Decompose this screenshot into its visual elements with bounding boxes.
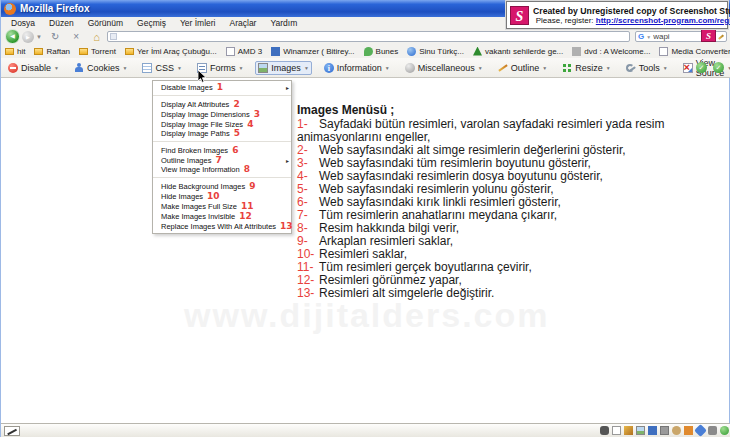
bookmark-icon bbox=[364, 47, 373, 56]
edit-icon[interactable] bbox=[624, 426, 633, 435]
print-icon[interactable] bbox=[660, 426, 669, 435]
dropdown-menu-item[interactable]: View Image Information 8 ▸ bbox=[153, 165, 291, 178]
devtoolbar-item[interactable]: Disable ▼ bbox=[5, 61, 62, 75]
status-ok-icon[interactable] bbox=[720, 426, 729, 435]
devtoolbar-item[interactable]: Cookies ▼ bbox=[71, 61, 130, 75]
annotation-number: 12 bbox=[239, 212, 252, 221]
bookmark-item[interactable]: Torrent bbox=[79, 47, 116, 56]
chevron-down-icon: ▼ bbox=[478, 65, 483, 71]
dropdown-menu-item[interactable]: Make Images Invisible 12 ▸ bbox=[153, 211, 291, 221]
browser-window: Mozilla Firefox S Created by Unregistere… bbox=[0, 0, 730, 437]
menu-bar-item[interactable]: Yer İmleri bbox=[174, 18, 222, 28]
valid-css-icon[interactable]: ✓ bbox=[696, 62, 707, 73]
bookmark-item[interactable]: Raftan bbox=[34, 47, 70, 56]
dropdown-menu-item[interactable]: Make Images Full Size 11 ▸ bbox=[153, 201, 291, 211]
forward-button[interactable]: ▶ bbox=[22, 31, 34, 43]
navigation-toolbar: ◀ ▶ ▼ ↻ × ⌂ G ▼ bbox=[1, 29, 730, 44]
bookmark-icon bbox=[79, 48, 88, 55]
web-developer-toolbar: Disable ▼ Cookies ▼ CSS ▼ Forms ▼ Images… bbox=[1, 58, 730, 78]
chevron-down-icon: ▼ bbox=[663, 65, 668, 71]
menu-bar-item[interactable]: Yardım bbox=[264, 18, 303, 28]
devtoolbar-item[interactable]: Tools ▼ bbox=[623, 61, 671, 75]
content-list-item: 13-Resimleri alt simgelerle değiştirir. bbox=[297, 287, 717, 300]
image-icon[interactable] bbox=[636, 426, 645, 435]
banner-text: Created by Unregistered copy of Screensh… bbox=[533, 6, 730, 16]
devtoolbar-item[interactable]: Outline ▼ bbox=[495, 61, 550, 75]
dropdown-menu-item[interactable]: Display Image Dimensions 3 ▸ bbox=[153, 109, 291, 119]
dropdown-menu-item[interactable]: Hide Background Images 9 ▸ bbox=[153, 181, 291, 191]
bookmark-icon bbox=[5, 48, 14, 55]
bookmark-item[interactable]: vakantı sehilerde ge... bbox=[473, 47, 563, 56]
bookmark-item[interactable]: hit bbox=[5, 47, 25, 56]
status-bar bbox=[1, 423, 730, 437]
chevron-down-icon: ▼ bbox=[606, 65, 611, 71]
back-button[interactable]: ◀ bbox=[5, 29, 20, 44]
bookmark-item[interactable]: Media Converter - iR... bbox=[659, 47, 730, 56]
annotation-number: 2 bbox=[233, 100, 239, 109]
devtoolbar-item[interactable]: Information ▼ bbox=[321, 61, 393, 75]
bookmark-icon bbox=[659, 47, 668, 56]
page-content: Images Menüsü ; 1-Sayfadaki bütün resiml… bbox=[297, 104, 717, 300]
devtoolbar-item-icon bbox=[258, 63, 268, 73]
menu-bar-item[interactable]: Araçlar bbox=[224, 18, 263, 28]
dropdown-menu-item[interactable]: Outline Images 7 ▸ bbox=[153, 155, 291, 165]
bookmark-item[interactable]: Sinu Türkç... bbox=[407, 47, 464, 56]
dropdown-menu-item[interactable]: Replace Images With Alt Attributes 13 ▸ bbox=[153, 221, 291, 231]
bookmark-item[interactable]: Yer İmi Araç Çubuğu... bbox=[125, 47, 217, 56]
devtoolbar-item[interactable]: CSS ▼ bbox=[139, 61, 184, 75]
screenshot-studio-stamp-icon: S bbox=[701, 29, 716, 42]
bookmark-item[interactable]: Winamzer ( Bitirey... bbox=[271, 47, 354, 56]
bookmark-icon bbox=[473, 47, 482, 56]
chevron-down-icon: ▼ bbox=[385, 65, 390, 71]
menu-bar-item[interactable]: Dosya bbox=[5, 18, 41, 28]
snip-tool-icon[interactable] bbox=[4, 426, 20, 436]
search-engine-dropdown-icon[interactable]: ▼ bbox=[646, 34, 651, 40]
chevron-down-icon: ▼ bbox=[542, 65, 547, 71]
bookmark-icon bbox=[271, 47, 280, 56]
menu-bar-item[interactable]: Geçmiş bbox=[131, 18, 172, 28]
link-icon[interactable] bbox=[694, 424, 707, 437]
address-bar[interactable] bbox=[107, 31, 630, 42]
stop-icon[interactable]: × bbox=[73, 29, 79, 44]
undo-icon[interactable] bbox=[672, 426, 681, 435]
home-icon[interactable]: ⌂ bbox=[93, 31, 100, 43]
history-dropdown-icon[interactable]: ▼ bbox=[36, 34, 42, 40]
settings-icon[interactable] bbox=[708, 426, 717, 435]
devtoolbar-item[interactable]: Resize ▼ bbox=[559, 61, 613, 75]
address-input[interactable] bbox=[119, 32, 627, 41]
dropdown-menu-item[interactable]: Hide Images 10 ▸ bbox=[153, 191, 291, 201]
devtoolbar-item-icon bbox=[626, 63, 636, 73]
highlight-icon[interactable] bbox=[684, 426, 693, 435]
devtoolbar-item-icon bbox=[498, 63, 508, 73]
annotation-number: 7 bbox=[215, 156, 221, 165]
register-link[interactable]: http://screenshot-program.com/register bbox=[596, 16, 730, 25]
dropdown-menu-item[interactable]: Display Alt Attributes 2 ▸ bbox=[153, 99, 291, 109]
dropdown-menu-item[interactable]: Disable Images 1 ▸ bbox=[153, 83, 291, 96]
save-icon[interactable] bbox=[648, 426, 657, 435]
reload-icon[interactable]: ↻ bbox=[51, 29, 59, 44]
bookmark-icon bbox=[226, 47, 235, 56]
new-page-icon[interactable] bbox=[612, 426, 621, 435]
devtoolbar-item[interactable]: Miscellaneous ▼ bbox=[402, 61, 486, 75]
bookmark-item[interactable]: dvd : A Welcome... bbox=[572, 47, 650, 56]
firebug-icon[interactable] bbox=[600, 426, 609, 435]
bookmarks-overflow-chevron[interactable]: » bbox=[722, 46, 726, 55]
devtoolbar-item[interactable]: Images ▼ bbox=[255, 61, 311, 75]
dropdown-menu-item[interactable]: Find Broken Images 6 ▸ bbox=[153, 145, 291, 155]
dropdown-menu-item[interactable]: Display Image File Sizes 4 ▸ bbox=[153, 119, 291, 129]
content-list-item: 1-Sayfadaki bütün resimleri, varolan say… bbox=[297, 118, 717, 144]
firefox-icon bbox=[4, 3, 16, 15]
bookmark-item[interactable]: Bunes bbox=[364, 47, 399, 56]
annotation-number: 3 bbox=[254, 110, 260, 119]
bookmark-item[interactable]: AMD 3 bbox=[226, 47, 262, 56]
site-favicon bbox=[110, 33, 117, 40]
menu-bar-item[interactable]: Görünüm bbox=[82, 18, 129, 28]
content-title: Images Menüsü ; bbox=[297, 104, 717, 117]
devtoolbar-item-icon bbox=[74, 63, 84, 73]
dropdown-menu-item[interactable]: Display Image Paths 5 ▸ bbox=[153, 129, 291, 142]
valid-html-icon[interactable]: ✓ bbox=[713, 62, 724, 73]
annotation-number: 8 bbox=[244, 165, 250, 174]
menu-bar-item[interactable]: Düzen bbox=[43, 18, 80, 28]
bookmark-icon bbox=[125, 48, 134, 55]
close-icon[interactable]: × bbox=[684, 61, 690, 73]
